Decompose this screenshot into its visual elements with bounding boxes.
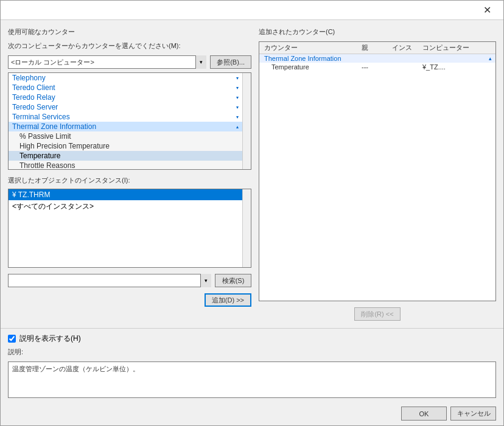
counter-sub-passive-limit[interactable]: % Passive Limit	[9, 131, 242, 141]
teredo-server-expand-icon: ▾	[236, 105, 239, 110]
teredo-relay-expand-icon: ▾	[236, 95, 239, 100]
remove-button[interactable]: 削除(R) <<	[354, 307, 400, 321]
row-computer-temperature: ¥_TZ....	[420, 63, 493, 71]
row-parent-temperature: ---	[359, 63, 390, 71]
thermal-zone-collapse-icon: ▴	[236, 124, 239, 130]
counter-sub-high-precision[interactable]: High Precision Temperature	[9, 141, 242, 151]
table-group-header-thermal[interactable]: Thermal Zone Information ▴	[259, 54, 495, 63]
ok-cancel-row: OK キャンセル	[1, 403, 503, 425]
instance-label: 選択したオブジェクトのインスタンス(I):	[8, 176, 251, 185]
search-dropdown[interactable]	[8, 274, 211, 287]
remove-row: 削除(R) <<	[259, 307, 496, 321]
group-collapse-icon: ▴	[489, 55, 492, 61]
available-counters-label: 使用可能なカウンター	[8, 27, 251, 37]
counter-list-container: Telephony ▾ Teredo Client ▾ Teredo Relay…	[8, 72, 251, 170]
counter-item-terminal-services[interactable]: Terminal Services ▾	[9, 112, 242, 122]
terminal-services-expand-icon: ▾	[236, 114, 239, 120]
main-dialog: ✕ 使用可能なカウンター 次のコンピューターからカウンターを選んでください(M)…	[0, 0, 504, 426]
instance-list-container: ¥ TZ.THRM <すべてのインスタンス>	[8, 189, 251, 268]
add-row: 追加(D) >>	[8, 293, 251, 307]
instance-item-all[interactable]: <すべてのインスタンス>	[9, 200, 242, 213]
header-parent: 親	[359, 43, 390, 52]
added-counters-label: 追加されたカウンター(C)	[259, 27, 496, 37]
search-button[interactable]: 検索(S)	[215, 274, 251, 287]
right-panel: 追加されたカウンター(C) カウンター 親 インス コンピューター Therma…	[259, 27, 496, 321]
counter-list-scrollbar[interactable]	[242, 73, 251, 169]
show-desc-checkbox[interactable]	[8, 335, 16, 343]
table-header: カウンター 親 インス コンピューター	[259, 42, 495, 54]
table-row-temperature[interactable]: Temperature --- ¥_TZ....	[259, 63, 495, 71]
close-button[interactable]: ✕	[473, 1, 501, 20]
telephony-expand-icon: ▾	[236, 75, 239, 81]
computer-dropdown[interactable]: <ローカル コンピューター>	[8, 55, 206, 69]
dialog-body: 使用可能なカウンター 次のコンピューターからカウンターを選んでください(M): …	[1, 20, 503, 328]
header-counter: カウンター	[262, 43, 359, 52]
table-group-thermal: Thermal Zone Information ▴ Temperature -…	[259, 54, 495, 71]
title-bar: ✕	[1, 1, 503, 20]
counter-sub-temperature[interactable]: Temperature	[9, 151, 242, 161]
cancel-button[interactable]: キャンセル	[450, 407, 496, 421]
counter-sub-throttle[interactable]: Throttle Reasons	[9, 161, 242, 169]
search-input-wrapper: ▾	[8, 274, 211, 287]
show-desc-row: 説明を表示する(H)	[8, 333, 496, 344]
added-counters-table: カウンター 親 インス コンピューター Thermal Zone Informa…	[259, 41, 496, 301]
header-computer: コンピューター	[420, 43, 493, 52]
teredo-client-expand-icon: ▾	[236, 85, 239, 91]
show-desc-label[interactable]: 説明を表示する(H)	[19, 333, 81, 344]
row-counter-temperature: Temperature	[262, 63, 359, 71]
description-box: 温度管理ゾーンの温度（ケルビン単位）。	[8, 361, 496, 398]
instance-item-tz-thrm[interactable]: ¥ TZ.THRM	[9, 189, 242, 200]
ok-button[interactable]: OK	[401, 407, 447, 421]
counter-item-thermal-zone[interactable]: Thermal Zone Information ▴	[9, 122, 242, 131]
counter-item-telephony[interactable]: Telephony ▾	[9, 73, 242, 83]
counter-item-teredo-relay[interactable]: Teredo Relay ▾	[9, 93, 242, 102]
group-name-thermal: Thermal Zone Information	[262, 55, 359, 62]
counter-item-teredo-server[interactable]: Teredo Server ▾	[9, 102, 242, 112]
left-panel: 使用可能なカウンター 次のコンピューターからカウンターを選んでください(M): …	[8, 27, 251, 321]
description-text: 温度管理ゾーンの温度（ケルビン単位）。	[12, 365, 139, 372]
instance-list-scrollbar[interactable]	[242, 189, 251, 267]
desc-section-label: 説明:	[8, 347, 496, 357]
header-instance: インス	[390, 43, 420, 52]
counter-item-teredo-client[interactable]: Teredo Client ▾	[9, 83, 242, 93]
computer-dropdown-wrapper: <ローカル コンピューター> ▾	[8, 55, 206, 69]
search-row: ▾ 検索(S)	[8, 274, 251, 287]
instance-list: ¥ TZ.THRM <すべてのインスタンス>	[9, 189, 242, 267]
computer-dropdown-row: <ローカル コンピューター> ▾ 参照(B)...	[8, 55, 251, 69]
browse-button[interactable]: 参照(B)...	[210, 55, 251, 69]
add-button[interactable]: 追加(D) >>	[205, 293, 251, 307]
counter-list: Telephony ▾ Teredo Client ▾ Teredo Relay…	[9, 73, 242, 169]
computer-select-label: 次のコンピューターからカウンターを選んでください(M):	[8, 41, 251, 51]
bottom-bar: 説明を表示する(H) 説明: 温度管理ゾーンの温度（ケルビン単位）。	[1, 328, 503, 403]
